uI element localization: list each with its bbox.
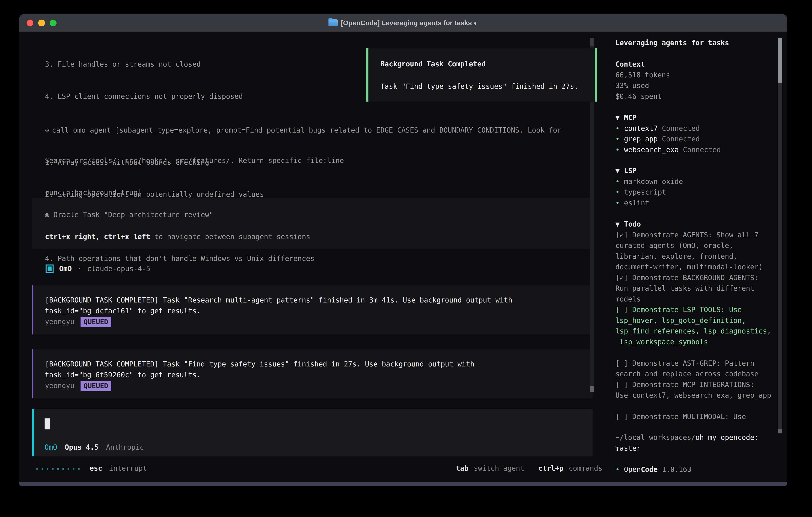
main-scrollbar-bottom-thumb[interactable]	[590, 386, 594, 392]
task-message-line: task_id="bg_6f59260c" to get results.	[45, 370, 201, 380]
todo-line-active: lsp_workspace_symbols	[615, 337, 771, 348]
terminal-window: [OpenCode] Leveraging agents for tasks ◐…	[19, 14, 787, 486]
zoom-button[interactable]	[50, 20, 57, 26]
collapse-triangle-icon: ▼	[615, 113, 619, 121]
task-meta-row: yeongyu QUEUED	[45, 380, 111, 391]
input-model-name: Opus 4.5	[65, 442, 98, 453]
tool-call-line: 1. Array access without bounds checking	[45, 157, 561, 168]
todo-line: librarian, explore, frontend,	[615, 251, 771, 262]
todo-line: models	[615, 294, 771, 305]
lsp-section: ▼LSP •markdown-oxide •typescript •eslint	[615, 166, 683, 208]
mcp-section: ▼MCP •context7 Connected •grep_app Conne…	[615, 112, 721, 155]
collapse-triangle-icon: ▼	[615, 167, 619, 175]
todo-line: [✓] Demonstrate AGENTS: Show all 7	[615, 230, 771, 241]
mcp-item-name: context7	[624, 123, 658, 134]
mcp-item-status: Connected	[662, 134, 700, 144]
app-name-bold: Code	[641, 464, 658, 475]
close-button[interactable]	[27, 20, 33, 26]
todo-line-active: lsp_find_references, lsp_diagnostics,	[615, 326, 771, 337]
lsp-section-header[interactable]: ▼LSP	[615, 166, 683, 176]
hint-shortcut-keys: ctrl+x right, ctrl+x left	[45, 233, 150, 241]
agent-icon	[46, 265, 54, 273]
lsp-item: •markdown-oxide	[615, 176, 683, 187]
interrupt-hint: esc interrupt	[89, 463, 147, 474]
spinner-dots-icon: ▪▪▪▪▪▪▪▪▪	[36, 466, 83, 471]
task-author: yeongyu	[45, 380, 75, 391]
minimize-button[interactable]	[38, 20, 45, 26]
oracle-task-title: Oracle Task "Deep architecture review"	[53, 211, 213, 219]
background-task-toast: Background Task Completed Task "Find typ…	[366, 48, 597, 102]
todo-heading: Todo	[624, 220, 641, 228]
todo-line	[615, 401, 771, 412]
lsp-item-name: markdown-oxide	[624, 176, 683, 187]
todo-line: Run parallel tasks with different	[615, 283, 771, 294]
mcp-item-status: Connected	[683, 144, 721, 155]
main-scrollbar-top-thumb[interactable]	[590, 37, 594, 46]
model-row: OmO Opus 4.5 Anthropic	[45, 442, 144, 453]
collapse-triangle-icon: ▼	[615, 220, 619, 228]
hint-text: to navigate between subagent sessions	[150, 233, 310, 241]
text-cursor	[45, 418, 50, 430]
sidebar-scrollbar-bottom-cap	[778, 430, 782, 433]
sidebar-scrollbar-thumb[interactable]	[778, 38, 782, 83]
todo-section: ▼Todo [✓] Demonstrate AGENTS: Show all 7…	[615, 219, 771, 422]
workspace-path-line: ~/local-workspaces/oh-my-opencode:	[615, 432, 758, 443]
agent-name: OmO	[59, 264, 72, 274]
mcp-section-header[interactable]: ▼MCP	[615, 112, 721, 123]
bullet-icon: •	[615, 176, 619, 187]
task-message-line: [BACKGROUND TASK COMPLETED] Task "Find t…	[45, 359, 474, 370]
bullet-icon: •	[615, 144, 619, 155]
todo-line: Use context7, websearch_exa, grep_app	[615, 390, 771, 401]
app-version-line: •OpenCode 1.0.163	[615, 464, 691, 475]
input-agent-name: OmO	[45, 442, 57, 453]
esc-key-label: esc	[89, 463, 102, 474]
background-task-message: [BACKGROUND TASK COMPLETED] Task "Find t…	[32, 349, 592, 399]
todo-line: curated agents (OmO, oracle,	[615, 240, 771, 251]
tool-call-line: 4. Path operations that don't handle Win…	[45, 253, 561, 264]
lsp-item: •eslint	[615, 198, 683, 209]
bullet-icon: •	[615, 198, 619, 209]
sidebar-scrollbar[interactable]	[778, 37, 782, 433]
mcp-item-name: websearch_exa	[624, 144, 679, 155]
app-name-regular: Open	[624, 464, 641, 475]
context-used: 33% used	[615, 80, 670, 91]
todo-section-header[interactable]: ▼Todo	[615, 219, 771, 230]
ctrlp-key-label: ctrl+p	[538, 463, 563, 474]
tool-call-text: call_omo_agent [subagent_type=explore, p…	[52, 126, 561, 134]
task-message-line: [BACKGROUND TASK COMPLETED] Task "Resear…	[45, 295, 512, 306]
lsp-heading: LSP	[624, 167, 637, 175]
todo-line: document-writer, multimodal-looker)	[615, 262, 771, 272]
todo-line: [ ] Demonstrate MCP INTEGRATIONS:	[615, 379, 771, 390]
app-version-footer: •OpenCode 1.0.163	[615, 464, 691, 475]
tool-call-line: ⚙call_omo_agent [subagent_type=explore, …	[45, 125, 561, 136]
ctrlp-action-label: commands	[569, 463, 602, 474]
lsp-item-name: typescript	[624, 187, 666, 198]
task-meta-row: yeongyu QUEUED	[45, 317, 111, 327]
todo-line	[615, 347, 771, 358]
mcp-item: •grep_app Connected	[615, 134, 721, 144]
toast-title: Background Task Completed	[380, 59, 486, 70]
mcp-item-status: Connected	[662, 123, 700, 134]
task-author: yeongyu	[45, 317, 75, 327]
todo-line-active: lsp_hover, lsp_goto_definition,	[615, 315, 771, 326]
context-tokens: 66,518 tokens	[615, 70, 670, 81]
background-task-message: [BACKGROUND TASK COMPLETED] Task "Resear…	[32, 285, 592, 334]
todo-line: [✓] Demonstrate BACKGROUND AGENTS:	[615, 272, 771, 283]
gear-icon: ⚙	[45, 126, 49, 134]
oracle-hint-line: ctrl+x right, ctrl+x left to navigate be…	[45, 232, 310, 242]
agent-header: OmO · claude-opus-4-5	[46, 264, 150, 274]
esc-action-label: interrupt	[109, 463, 147, 474]
app-version: 1.0.163	[662, 464, 692, 475]
context-heading: Context	[615, 59, 670, 70]
bullet-icon: •	[615, 464, 619, 475]
sidebar: Leveraging agents for tasks Context 66,5…	[607, 32, 787, 482]
status-badge: QUEUED	[81, 381, 112, 391]
context-spent: $0.46 spent	[615, 91, 670, 102]
prompt-input[interactable]: OmO Opus 4.5 Anthropic	[32, 409, 592, 456]
tab-action-label: switch agent	[474, 463, 524, 474]
bullet-icon: •	[615, 123, 619, 134]
input-provider-name: Anthropic	[106, 442, 144, 453]
todo-line: search and replace across codebase	[615, 369, 771, 379]
tab-key-label: tab	[456, 463, 468, 474]
titlebar: [OpenCode] Leveraging agents for tasks ◐	[19, 14, 787, 32]
